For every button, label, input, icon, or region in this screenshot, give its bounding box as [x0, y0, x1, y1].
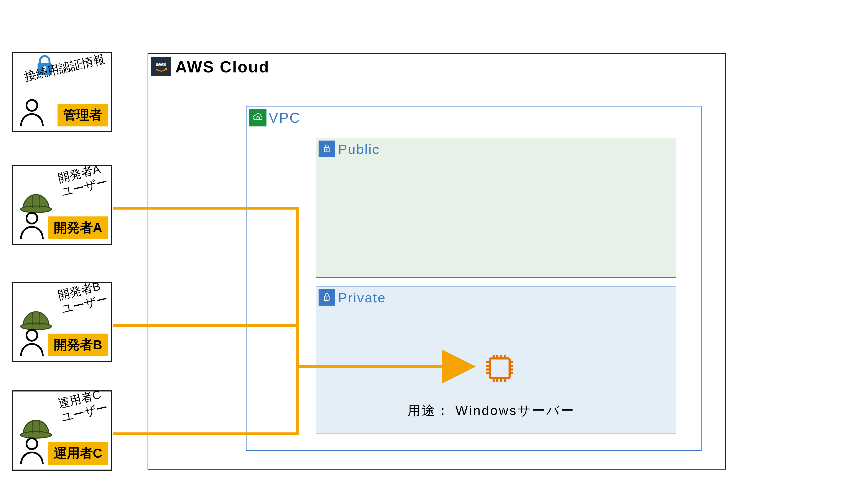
svg-point-7 [27, 330, 37, 341]
svg-rect-14 [327, 150, 327, 151]
role-badge-devB: 開発者B [48, 333, 108, 356]
role-badge-opC: 運用者C [48, 442, 108, 465]
vpc-icon [249, 109, 267, 126]
user-card-admin: 接続用認証情報 管理者 [12, 52, 112, 132]
user-card-opC: 運用者C ユーザー 運用者C [12, 390, 112, 470]
svg-rect-17 [327, 298, 327, 299]
subnet-private-title: Private [338, 290, 386, 305]
svg-point-3 [27, 100, 37, 111]
user-card-devA: 開発者A ユーザー 開発者A [12, 165, 112, 245]
subnet-icon [318, 289, 335, 305]
vpc-box: VPC Public [246, 106, 702, 451]
user-card-devB: 開発者B ユーザー 開発者B [12, 282, 112, 362]
role-badge-admin: 管理者 [58, 104, 108, 126]
ec2-icon [481, 350, 518, 388]
role-badge-devA: 開発者A [48, 217, 108, 239]
svg-point-9 [27, 438, 37, 449]
devA-tilt-label: 開発者A ユーザー [57, 161, 109, 199]
cloud-title: AWS Cloud [175, 58, 270, 76]
aws-logo-icon: aws [151, 57, 171, 76]
svg-point-5 [27, 213, 37, 224]
svg-rect-11 [257, 117, 259, 120]
devB-tilt-label: 開発者B ユーザー [57, 278, 109, 316]
subnet-private: Private 用途： Windowsサーバー [316, 287, 676, 434]
subnet-public-title: Public [338, 141, 380, 157]
opC-tilt-label: 運用者C ユーザー [57, 387, 109, 424]
subnet-public: Public [316, 138, 676, 278]
subnet-icon [318, 140, 335, 157]
vpc-title: VPC [269, 109, 301, 126]
server-caption: 用途： Windowsサーバー [407, 402, 575, 419]
person-icon [19, 98, 45, 127]
person-icon [19, 210, 45, 240]
svg-rect-18 [490, 359, 510, 378]
svg-text:aws: aws [156, 61, 166, 67]
aws-cloud-box: aws AWS Cloud VPC Pub [148, 53, 726, 469]
person-icon [19, 328, 45, 357]
person-icon [19, 436, 45, 465]
